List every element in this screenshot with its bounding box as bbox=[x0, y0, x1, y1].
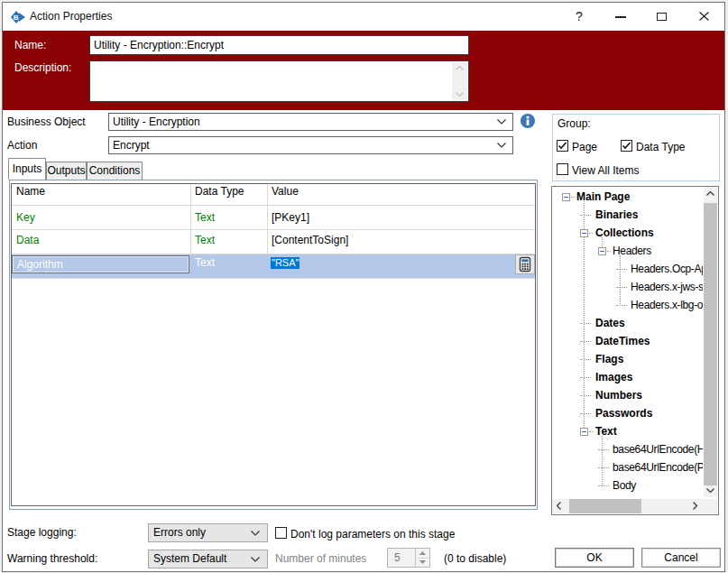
svg-text:B: B bbox=[14, 14, 19, 22]
